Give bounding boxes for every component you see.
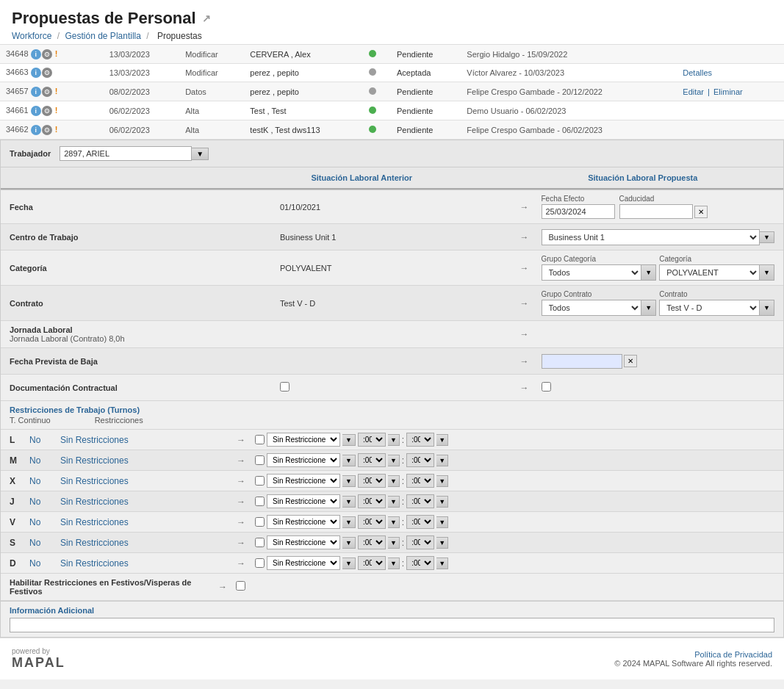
worker-input[interactable] — [60, 146, 192, 161]
day-time-end[interactable]: :00 — [406, 515, 434, 529]
fecha-new-value: Fecha Efecto Caducidad ✕ — [536, 195, 775, 219]
day-time-start-btn[interactable]: ▼ — [388, 455, 400, 466]
breadcrumb-workforce[interactable]: Workforce — [12, 31, 51, 41]
contrato-new-select[interactable]: Test V - D — [659, 300, 760, 316]
doc-contractual-checkbox-new[interactable] — [542, 382, 551, 392]
day-time-start[interactable]: :00 — [358, 556, 386, 570]
day-time-end[interactable]: :00 — [406, 494, 434, 508]
status-dot — [369, 50, 376, 57]
festivos-checkbox[interactable] — [236, 581, 245, 591]
centro-select[interactable]: Business Unit 1 — [542, 229, 760, 245]
day-checkbox[interactable] — [255, 435, 265, 444]
day-time-end-btn[interactable]: ▼ — [436, 496, 448, 508]
fecha-baja-input[interactable] — [542, 354, 622, 369]
stop-icon[interactable]: ⊙ — [42, 68, 52, 78]
breadcrumb-gestion[interactable]: Gestión de Plantilla — [65, 31, 141, 41]
categoria-new-btn[interactable]: ▼ — [760, 264, 774, 281]
day-restr-btn[interactable]: ▼ — [342, 516, 356, 528]
day-time-start[interactable]: :00 — [358, 515, 386, 529]
day-time-start[interactable]: :00 — [358, 494, 386, 508]
day-restr-select[interactable]: Sin Restricciones — [267, 453, 340, 467]
day-restr-btn[interactable]: ▼ — [342, 475, 356, 487]
info-additional: Información Adicional — [1, 601, 783, 637]
caducidad-input[interactable] — [619, 204, 693, 219]
day-time-start-btn[interactable]: ▼ — [388, 475, 400, 487]
link-editar[interactable]: Editar — [683, 87, 704, 96]
centro-new-value: Business Unit 1 ▼ — [536, 229, 775, 245]
stop-icon[interactable]: ⊙ — [42, 106, 52, 116]
grupo-categoria-btn[interactable]: ▼ — [641, 264, 656, 281]
external-link-icon[interactable]: ↗ — [202, 12, 211, 24]
categoria-new-select[interactable]: POLYVALENT — [659, 264, 760, 281]
day-restr: Sin Restricciones — [60, 435, 129, 445]
day-time-start-btn[interactable]: ▼ — [388, 496, 400, 508]
day-checkbox[interactable] — [255, 517, 265, 527]
link-eliminar[interactable]: Eliminar — [713, 87, 743, 96]
day-restr-btn[interactable]: ▼ — [342, 434, 356, 446]
status-dot — [369, 126, 376, 133]
day-restr-btn[interactable]: ▼ — [342, 558, 356, 569]
worker-dropdown-btn[interactable]: ▼ — [192, 148, 209, 160]
day-checkbox[interactable] — [255, 455, 265, 465]
fecha-baja-clear-btn[interactable]: ✕ — [624, 355, 637, 367]
info-icon[interactable]: i — [31, 49, 41, 59]
day-time-start-btn[interactable]: ▼ — [388, 434, 400, 446]
day-time-end[interactable]: :00 — [406, 433, 434, 447]
stop-icon[interactable]: ⊙ — [42, 87, 52, 97]
doc-contractual-checkbox-prev[interactable] — [280, 382, 289, 392]
link-detalles[interactable]: Detalles — [683, 68, 712, 77]
grupo-contrato-btn[interactable]: ▼ — [641, 300, 656, 316]
day-time-start-btn[interactable]: ▼ — [388, 516, 400, 528]
day-restr-select[interactable]: Sin Restricciones — [267, 474, 340, 488]
day-time-end[interactable]: :00 — [406, 453, 434, 467]
info-adicional-box[interactable] — [10, 618, 774, 632]
day-restr-select[interactable]: Sin Restricciones — [267, 556, 340, 570]
day-time-start-btn[interactable]: ▼ — [388, 558, 400, 569]
day-time-end-btn[interactable]: ▼ — [436, 475, 448, 487]
contrato-arrow: → — [514, 298, 536, 309]
fecha-efecto-input[interactable] — [542, 204, 615, 219]
day-time-start[interactable]: :00 — [358, 474, 386, 488]
day-restr-btn[interactable]: ▼ — [342, 455, 356, 466]
info-icon[interactable]: i — [31, 68, 41, 78]
day-time-end-btn[interactable]: ▼ — [436, 434, 448, 446]
grupo-contrato-select[interactable]: Todos — [542, 300, 642, 316]
caducidad-clear-btn[interactable]: ✕ — [694, 206, 708, 218]
jornada-arrow: → — [514, 329, 536, 339]
day-time-end[interactable]: :00 — [406, 474, 434, 488]
categoria-new-value: Grupo Categoría Todos ▼ Categoría POLYVA… — [536, 255, 775, 281]
grupo-categoria-select[interactable]: Todos — [542, 264, 642, 281]
info-icon[interactable]: i — [31, 125, 41, 135]
day-checkbox[interactable] — [255, 558, 265, 568]
day-checkbox[interactable] — [255, 476, 265, 486]
stop-icon[interactable]: ⊙ — [42, 125, 52, 135]
doc-contractual-arrow: → — [514, 383, 536, 393]
contrato-new-btn[interactable]: ▼ — [760, 300, 774, 316]
day-restr-select[interactable]: Sin Restricciones — [267, 515, 340, 529]
day-time-start[interactable]: :00 — [358, 433, 386, 447]
day-restr-btn[interactable]: ▼ — [342, 496, 356, 508]
privacy-link[interactable]: Política de Privacidad — [694, 650, 772, 659]
day-restr-select[interactable]: Sin Restricciones — [267, 494, 340, 508]
centro-select-btn[interactable]: ▼ — [760, 231, 774, 243]
day-checkbox[interactable] — [255, 538, 265, 547]
day-checkbox[interactable] — [255, 497, 265, 506]
day-time-end-btn[interactable]: ▼ — [436, 537, 448, 549]
stop-icon[interactable]: ⊙ — [42, 49, 52, 59]
day-time-end[interactable]: :00 — [406, 556, 434, 570]
info-icon[interactable]: i — [31, 106, 41, 116]
table-row: 34663 i⊙13/03/2023Modificarperez , pepit… — [0, 64, 784, 82]
day-time-end-btn[interactable]: ▼ — [436, 455, 448, 466]
day-time-start-btn[interactable]: ▼ — [388, 537, 400, 549]
day-restr-btn[interactable]: ▼ — [342, 537, 356, 549]
day-time-end-btn[interactable]: ▼ — [436, 558, 448, 569]
day-restr-select[interactable]: Sin Restricciones — [267, 535, 340, 549]
day-restr-select[interactable]: Sin Restricciones — [267, 433, 340, 447]
centro-prev-value: Business Unit 1 — [274, 233, 514, 242]
day-time-end-btn[interactable]: ▼ — [436, 516, 448, 528]
warn-icon: ! — [55, 105, 65, 115]
day-time-start[interactable]: :00 — [358, 535, 386, 549]
day-time-end[interactable]: :00 — [406, 535, 434, 549]
day-time-start[interactable]: :00 — [358, 453, 386, 467]
info-icon[interactable]: i — [31, 87, 41, 97]
